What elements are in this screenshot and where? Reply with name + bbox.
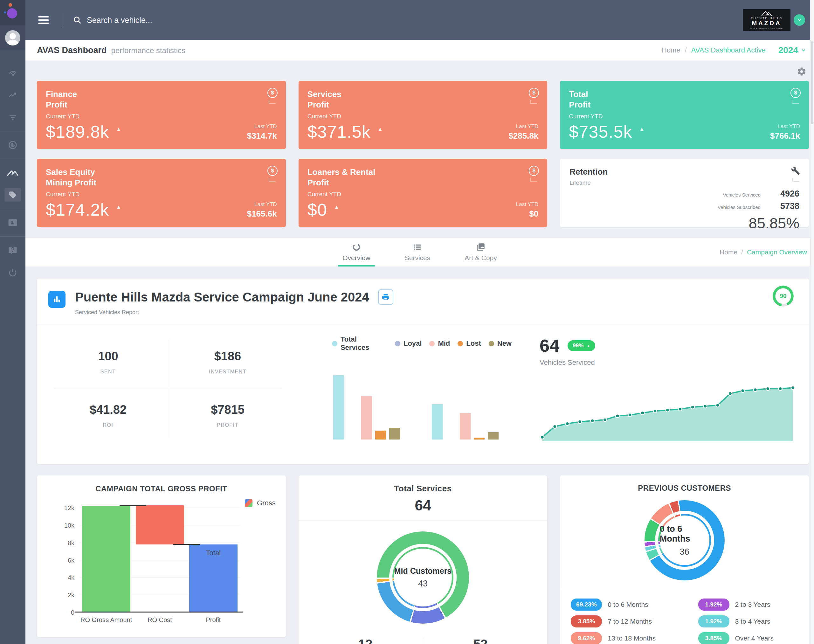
panel-title: PREVIOUS CUSTOMERS bbox=[568, 484, 801, 493]
tab-services[interactable]: Services bbox=[403, 238, 432, 267]
kpi-title-line2: Profit bbox=[46, 100, 67, 109]
sidebar-item-contacts[interactable] bbox=[0, 212, 25, 234]
dealer-logo[interactable]: PUENTE HILLS MAZDA 2021 President's Club… bbox=[743, 9, 791, 31]
breadcrumb-separator: / bbox=[741, 248, 743, 256]
campaign-subtitle: Serviced Vehicles Report bbox=[75, 309, 393, 316]
kpi-title-line1: Sales Equity bbox=[46, 167, 95, 177]
legend-dot bbox=[429, 341, 435, 347]
stat-label: INVESTMENT bbox=[209, 369, 247, 375]
app-logo[interactable] bbox=[0, 0, 25, 25]
kpi-value: $189.8k bbox=[46, 122, 109, 141]
legend-percent-badge: 1.92% bbox=[698, 598, 730, 610]
x-axis-label: Profit bbox=[206, 616, 221, 624]
sidebar-item-filter[interactable] bbox=[0, 106, 25, 129]
account-dropdown-button[interactable] bbox=[794, 14, 805, 26]
avatar[interactable] bbox=[5, 30, 20, 46]
bar-total-services bbox=[432, 404, 443, 440]
kpi-last-value: $0 bbox=[516, 209, 539, 219]
previous-customers-donut[interactable]: 0 to 6 Months 36 bbox=[644, 500, 725, 580]
sidebar-item-trends[interactable] bbox=[0, 84, 25, 106]
dollar-icon: $ bbox=[267, 166, 277, 176]
donut-center-label: 0 to 6 Months bbox=[660, 524, 710, 544]
sidebar-divider bbox=[0, 209, 25, 209]
kpi-card-loaners-rental-profit[interactable]: Loaners & RentalProfit Current YTD $ $0▲… bbox=[299, 159, 547, 227]
list-icon bbox=[413, 243, 422, 251]
kpi-card-finance-profit[interactable]: FinanceProfit Current YTD $ $189.8k▲ Las… bbox=[37, 81, 286, 149]
scrollbar[interactable] bbox=[810, 0, 814, 644]
bar-lost bbox=[375, 431, 386, 440]
kpi-last-value: $165.6k bbox=[247, 209, 277, 219]
y-tick-label: 10k bbox=[64, 522, 80, 529]
bar-chart-icon bbox=[48, 291, 66, 308]
search-icon bbox=[73, 15, 82, 25]
y-tick-label: 4k bbox=[68, 574, 80, 581]
stat-value: $41.82 bbox=[90, 403, 127, 417]
dollar-icon: $ bbox=[267, 88, 277, 98]
breadcrumb-current: AVAS Dashboard Active bbox=[691, 46, 766, 54]
wrench-icon bbox=[791, 166, 800, 175]
kpi-title-line2: Profit bbox=[569, 100, 590, 109]
sidebar-divider bbox=[0, 236, 25, 237]
year-value: 2024 bbox=[779, 45, 798, 55]
kpi-title-line1: Finance bbox=[46, 89, 77, 99]
dealer-name-line2: MAZDA bbox=[752, 20, 782, 27]
kpi-card-total-profit[interactable]: TotalProfit Current YTD $ $735.5k▲ Last … bbox=[560, 81, 809, 149]
kpi-card-sales-equity-mining-profit[interactable]: Sales EquityMining Profit Current YTD $ … bbox=[37, 159, 286, 227]
dashboard-content: FinanceProfit Current YTD $ $189.8k▲ Las… bbox=[25, 60, 814, 644]
sidebar-item-help[interactable] bbox=[0, 239, 25, 261]
image-stack-icon bbox=[476, 243, 485, 251]
stat-label: SENT bbox=[101, 369, 116, 375]
bar-group-group-1 bbox=[333, 375, 400, 440]
stat-label: ROI bbox=[103, 422, 113, 428]
kpi-value: $174.2k bbox=[46, 200, 109, 219]
x-axis-label: RO Gross Amount bbox=[80, 616, 132, 624]
kpi-title-line2: Mining Profit bbox=[46, 178, 97, 187]
vehicles-serviced-block: 64 99%▲ Vehicles Serviced bbox=[540, 335, 796, 444]
breadcrumb-current: Campaign Overview bbox=[747, 248, 807, 256]
year-dropdown[interactable]: 2024 bbox=[779, 45, 806, 55]
legend-label: 13 to 18 Months bbox=[608, 635, 656, 642]
logo-orange-dot bbox=[9, 3, 12, 7]
kpi-last-value: $285.8k bbox=[509, 131, 538, 141]
breadcrumb-home[interactable]: Home bbox=[662, 46, 681, 54]
kpi-grid: FinanceProfit Current YTD $ $189.8k▲ Las… bbox=[37, 81, 809, 227]
legend-item-7-to-12-months: 3.85%7 to 12 Months bbox=[571, 615, 698, 627]
legend-item-lost: Lost bbox=[458, 339, 481, 348]
kpi-card-services-profit[interactable]: ServicesProfit Current YTD $ $371.5k▲ La… bbox=[299, 81, 547, 149]
tabs-bar: Overview Services Art & Copy Home / bbox=[25, 238, 814, 267]
legend-item-13-to-18-months: 9.62%13 to 18 Months bbox=[571, 632, 698, 644]
panel-title: Total Services bbox=[308, 484, 538, 494]
tab-label: Overview bbox=[342, 254, 371, 262]
breadcrumb-home[interactable]: Home bbox=[720, 248, 737, 256]
sidebar-item-disc[interactable] bbox=[0, 134, 25, 156]
sidebar-item-peaks-active[interactable] bbox=[0, 161, 25, 184]
settings-gear-icon[interactable] bbox=[797, 67, 806, 76]
sidebar-nav bbox=[0, 50, 25, 644]
top-navbar: PUENTE HILLS MAZDA 2021 President's Club… bbox=[25, 0, 814, 40]
search-input[interactable] bbox=[87, 15, 277, 25]
total-services-donut[interactable]: Mid Customers 43 bbox=[377, 531, 469, 624]
percent-badge: 99%▲ bbox=[567, 340, 595, 351]
bar-new bbox=[488, 432, 498, 440]
sidebar-item-logout[interactable] bbox=[0, 261, 25, 284]
legend-percent-badge: 9.62% bbox=[571, 632, 602, 644]
x-axis-baseline bbox=[75, 612, 242, 612]
legend-percent-badge: 3.85% bbox=[571, 615, 602, 627]
retention-card[interactable]: Retention Lifetime Vehicles Serviced4926… bbox=[560, 159, 809, 227]
scrollbar-thumb[interactable] bbox=[811, 41, 813, 124]
kpi-last-label: Last YTD bbox=[770, 123, 800, 130]
area-chart-svg bbox=[540, 375, 796, 444]
previous-customers-panel: PREVIOUS CUSTOMERS 0 to 6 Months 36 bbox=[560, 475, 809, 644]
hamburger-menu-icon[interactable] bbox=[38, 16, 49, 24]
print-button[interactable] bbox=[378, 290, 393, 305]
sidebar-item-wireless[interactable] bbox=[0, 62, 25, 84]
legend-swatch bbox=[245, 499, 253, 507]
tab-art-copy[interactable]: Art & Copy bbox=[463, 238, 499, 267]
total-services-panel: Total Services 64 Mid Customers 43 bbox=[299, 475, 547, 644]
sidebar-item-pricing[interactable] bbox=[0, 184, 25, 206]
vehicles-serviced-label: Vehicles Serviced bbox=[540, 359, 796, 367]
printer-icon bbox=[382, 293, 390, 301]
stat-value: 12 bbox=[358, 637, 373, 644]
tab-overview[interactable]: Overview bbox=[340, 238, 373, 267]
kpi-title-line2: Profit bbox=[308, 100, 329, 109]
